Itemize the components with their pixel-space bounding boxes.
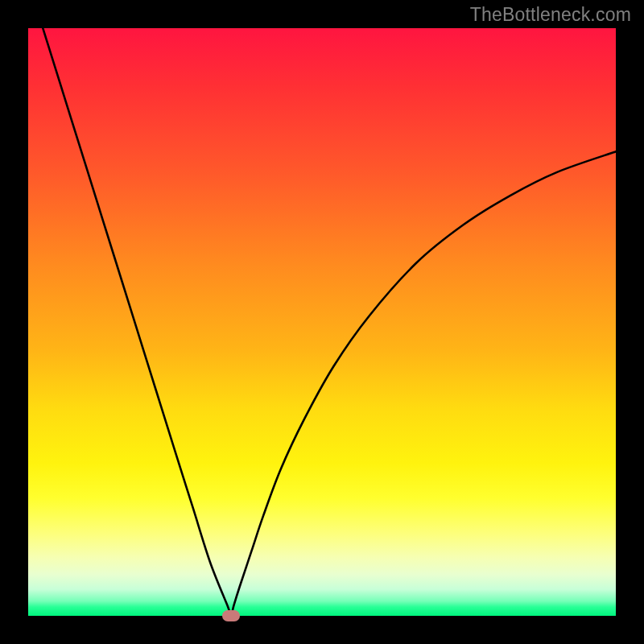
chart-frame: TheBottleneck.com: [0, 0, 644, 644]
plot-area: [28, 28, 616, 616]
curve-svg: [28, 28, 616, 616]
attribution-text: TheBottleneck.com: [470, 4, 631, 26]
bottleneck-curve-path: [28, 28, 616, 616]
optimal-point-marker: [222, 610, 240, 621]
